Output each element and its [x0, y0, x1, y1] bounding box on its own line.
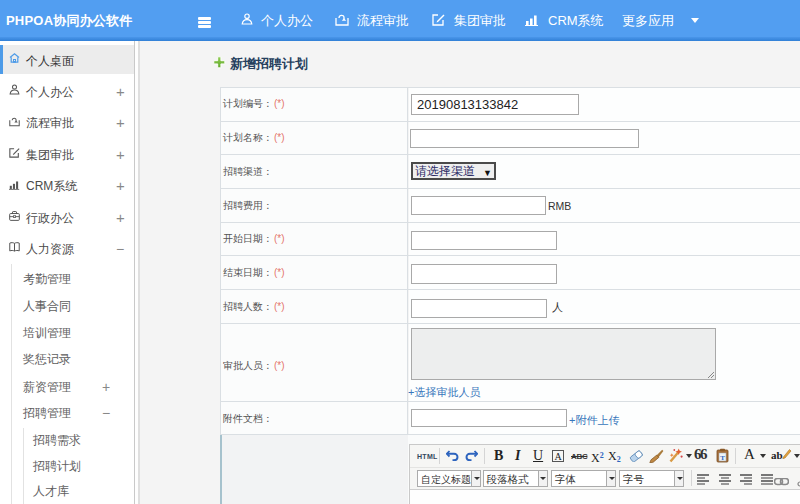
svg-text:T: T [720, 454, 725, 462]
